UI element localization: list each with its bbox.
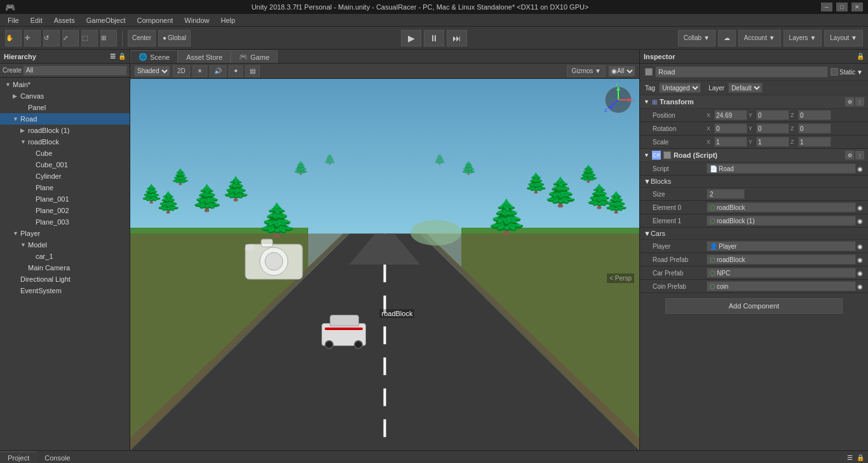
- lights-btn[interactable]: ☀: [193, 66, 207, 77]
- hier-item-eventsystem[interactable]: EventSystem: [0, 285, 130, 296]
- menu-assets[interactable]: Assets: [49, 15, 80, 25]
- all-select[interactable]: ◉All: [608, 66, 635, 77]
- move-tool-btn[interactable]: ✛: [24, 30, 41, 46]
- hier-search-input[interactable]: [23, 66, 127, 76]
- hier-item-plane002[interactable]: Plane_002: [0, 205, 130, 216]
- center-btn[interactable]: Center: [128, 30, 156, 46]
- hier-item-cube001[interactable]: Cube_001: [0, 159, 130, 170]
- road-script-header[interactable]: ▼ C# Road (Script) ⚙ ⋮: [640, 149, 868, 162]
- position-z[interactable]: [798, 110, 831, 120]
- blocks-section-header[interactable]: ▼ Blocks: [640, 176, 868, 188]
- layers-btn[interactable]: Layers ▼: [783, 30, 822, 46]
- hier-item-main[interactable]: ▼ Main*: [0, 79, 130, 90]
- add-component-btn[interactable]: Add Component: [665, 298, 843, 314]
- play-btn[interactable]: ▶: [401, 30, 421, 46]
- hier-item-cube[interactable]: Cube: [0, 148, 130, 159]
- gizmos-btn[interactable]: Gizmos ▼: [567, 66, 606, 77]
- hier-item-cylinder[interactable]: Cylinder: [0, 170, 130, 182]
- road-prefab-target-btn[interactable]: ◉: [857, 256, 863, 263]
- blocks-size-input[interactable]: [707, 189, 745, 199]
- player-value[interactable]: 👤 Player: [707, 241, 856, 251]
- position-x[interactable]: [714, 110, 747, 120]
- hier-item-maincamera[interactable]: Main Camera: [0, 262, 130, 273]
- transform-header[interactable]: ▼ ⊞ Transform ⚙ ⋮: [640, 95, 868, 109]
- element0-target-btn[interactable]: ◉: [857, 204, 863, 211]
- project-panel-lock[interactable]: 🔒: [857, 454, 864, 461]
- global-btn[interactable]: ● Global: [158, 30, 191, 46]
- car-prefab-value[interactable]: ⬡ NPC: [707, 268, 856, 278]
- step-btn[interactable]: ⏭: [447, 30, 467, 46]
- scale-x[interactable]: [714, 137, 747, 147]
- hier-item-car1[interactable]: car_1: [0, 251, 130, 262]
- tab-scene[interactable]: 🌐 Scene: [130, 50, 178, 63]
- scale-y[interactable]: [756, 137, 789, 147]
- road-script-settings-btn[interactable]: ⚙: [845, 151, 854, 160]
- close-btn[interactable]: ✕: [851, 3, 863, 11]
- position-y[interactable]: [756, 110, 789, 120]
- menu-file[interactable]: File: [3, 15, 24, 25]
- road-script-active[interactable]: [663, 151, 671, 159]
- transform-settings-btn[interactable]: ⚙: [845, 97, 854, 106]
- cloud-btn[interactable]: ☁: [718, 30, 736, 46]
- player-target-btn[interactable]: ◉: [857, 243, 863, 250]
- hier-item-road[interactable]: ▼ Road: [0, 113, 130, 125]
- element0-value[interactable]: ⬡ roadBlock: [707, 202, 856, 212]
- menu-help[interactable]: Help: [215, 15, 240, 25]
- static-dropdown[interactable]: ▼: [857, 69, 863, 76]
- hier-item-roadblock[interactable]: ▼ roadBlock: [0, 136, 130, 148]
- hier-item-model[interactable]: ▼ Model: [0, 239, 130, 251]
- hidden-btn[interactable]: ▤: [245, 66, 260, 77]
- object-name-input[interactable]: [655, 66, 828, 78]
- menu-gameobject[interactable]: GameObject: [81, 15, 131, 25]
- menu-component[interactable]: Component: [132, 15, 178, 25]
- script-value[interactable]: 📄 Road: [707, 163, 856, 174]
- shading-select[interactable]: Shaded: [134, 66, 170, 77]
- coin-prefab-target-btn[interactable]: ◉: [857, 283, 863, 290]
- hierarchy-menu-btn[interactable]: ☰: [110, 53, 116, 60]
- layout-btn[interactable]: Layout ▼: [824, 30, 863, 46]
- effects-btn[interactable]: ✦: [229, 66, 243, 77]
- car-prefab-target-btn[interactable]: ◉: [857, 270, 863, 277]
- object-active-checkbox[interactable]: [645, 68, 653, 76]
- road-prefab-value[interactable]: ⬡ roadBlock: [707, 254, 856, 265]
- create-hier-btn[interactable]: Create: [3, 67, 22, 74]
- account-btn[interactable]: Account ▼: [738, 30, 781, 46]
- element1-value[interactable]: ⬡ roadBlock (1): [707, 216, 856, 226]
- hier-item-dirlight[interactable]: Directional Light: [0, 273, 130, 285]
- rotation-z[interactable]: [798, 123, 831, 134]
- tab-project[interactable]: Project: [0, 452, 37, 464]
- script-target-btn[interactable]: ◉: [857, 165, 863, 172]
- road-script-overflow-btn[interactable]: ⋮: [855, 151, 864, 160]
- scale-z[interactable]: [798, 137, 831, 147]
- inspector-lock-btn[interactable]: 🔒: [857, 53, 864, 60]
- layer-select[interactable]: Default: [728, 83, 763, 93]
- maximize-btn[interactable]: □: [836, 3, 848, 11]
- cars-section-header[interactable]: ▼ Cars: [640, 228, 868, 240]
- scale-tool-btn[interactable]: ⤢: [62, 30, 79, 46]
- 2d-btn[interactable]: 2D: [173, 66, 190, 77]
- tag-select[interactable]: Untagged: [659, 83, 701, 93]
- minimize-btn[interactable]: ─: [821, 3, 832, 11]
- hier-item-plane[interactable]: Plane: [0, 182, 130, 193]
- rotate-tool-btn[interactable]: ↺: [43, 30, 60, 46]
- hier-item-roadblock1[interactable]: ▶ roadBlock (1): [0, 125, 130, 136]
- rotation-x[interactable]: [714, 123, 747, 134]
- hier-item-plane003[interactable]: Plane_003: [0, 216, 130, 228]
- hier-item-panel[interactable]: Panel: [0, 102, 130, 113]
- static-checkbox-box[interactable]: [831, 68, 838, 76]
- project-panel-menu[interactable]: ☰: [847, 454, 853, 461]
- tab-asset-store[interactable]: Asset Store: [178, 50, 231, 63]
- menu-edit[interactable]: Edit: [25, 15, 48, 25]
- collab-btn[interactable]: Collab ▼: [678, 30, 715, 46]
- rect-tool-btn[interactable]: ⬚: [81, 30, 98, 46]
- hier-item-canvas[interactable]: ▶ Canvas: [0, 90, 130, 102]
- transform-overflow-btn[interactable]: ⋮: [855, 97, 864, 106]
- hand-tool-btn[interactable]: ✋: [5, 30, 22, 46]
- tab-game[interactable]: 🎮 Game: [231, 50, 278, 63]
- hierarchy-lock-btn[interactable]: 🔒: [118, 53, 126, 60]
- pause-btn[interactable]: ⏸: [424, 30, 444, 46]
- coin-prefab-value[interactable]: ⬡ coin: [707, 281, 856, 291]
- menu-window[interactable]: Window: [179, 15, 214, 25]
- transform-tool-btn[interactable]: ⊞: [100, 30, 117, 46]
- hier-item-player[interactable]: ▼ Player: [0, 228, 130, 239]
